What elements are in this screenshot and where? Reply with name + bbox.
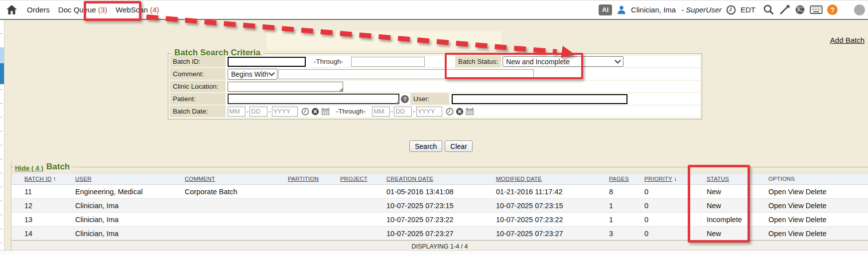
batch-id-to-input[interactable] [351, 57, 425, 67]
time-picker-icon[interactable] [446, 108, 454, 116]
user-role: - SuperUser [681, 5, 722, 14]
time-picker-icon[interactable] [301, 108, 309, 116]
cell-batch-id: 14 [11, 227, 75, 241]
status-dot-icon [854, 4, 865, 15]
tab-webscan[interactable]: WebScan (4) [116, 5, 159, 14]
batch-id-from-input[interactable] [228, 57, 306, 67]
divider [11, 167, 14, 167]
col-project[interactable]: PROJECT [340, 173, 386, 185]
delete-link[interactable]: Delete [806, 202, 827, 210]
date-separator: - [268, 108, 270, 115]
topbar-user-area: AI Clinician, Ima - SuperUser EDT [599, 4, 868, 15]
batch-date-from-mm-input[interactable] [228, 107, 246, 117]
open-link[interactable]: Open [768, 230, 786, 238]
patient-input[interactable] [228, 94, 399, 104]
cell-project [340, 185, 386, 199]
col-options: OPTIONS [768, 173, 868, 185]
ai-badge[interactable]: AI [599, 4, 612, 15]
batch-status-select[interactable]: New and Incomplete [502, 56, 623, 67]
col-batch-id-label: BATCH ID [24, 176, 51, 182]
batch-date-to-yyyy-input[interactable] [416, 107, 442, 117]
batch-date-to-dd-input[interactable] [394, 107, 412, 117]
col-pages-label: PAGES [609, 176, 629, 182]
batch-date-to-mm-input[interactable] [372, 107, 390, 117]
left-splitter[interactable] [0, 20, 4, 254]
search-icon[interactable] [763, 4, 774, 15]
webscan-page: Orders Doc Queue (3) WebScan (4) AI Clin… [0, 0, 868, 254]
open-link[interactable]: Open [768, 216, 786, 224]
cell-partition [288, 185, 340, 199]
delete-link[interactable]: Delete [806, 216, 827, 224]
comment-input[interactable] [278, 69, 534, 79]
open-link[interactable]: Open [768, 202, 786, 210]
divider [73, 167, 868, 167]
view-link[interactable]: View [788, 202, 803, 210]
clear-date-icon[interactable] [456, 108, 464, 116]
chevron-down-icon [268, 70, 275, 76]
help-icon[interactable]: ? [827, 4, 838, 15]
batch-search-criteria-panel: Batch Search Criteria Batch ID: -Through… [168, 53, 702, 120]
tab-orders[interactable]: Orders [27, 5, 50, 14]
cell-partition [288, 213, 340, 227]
add-batch-link[interactable]: Add Batch [830, 36, 865, 44]
cell-batch-id: 12 [11, 199, 75, 213]
splitter-handle-dark[interactable] [0, 63, 4, 84]
clinic-location-input[interactable] [228, 82, 343, 92]
clear-date-icon[interactable] [311, 108, 319, 116]
delete-link[interactable]: Delete [806, 230, 827, 238]
batch-date-from-yyyy-input[interactable] [272, 107, 298, 117]
date-separator: - [247, 108, 248, 115]
keyboard-icon[interactable] [810, 5, 823, 14]
search-button[interactable]: Search [409, 140, 442, 152]
col-partition[interactable]: PARTITION [288, 173, 340, 185]
patient-help-icon[interactable]: ? [401, 95, 409, 103]
globe-icon[interactable] [795, 4, 805, 15]
batch-table: BATCH ID↑ USER COMMENT PARTITION PROJECT… [11, 173, 868, 240]
batch-status-label: Batch Status: [455, 56, 501, 67]
col-pages[interactable]: PAGES [609, 173, 644, 185]
home-icon[interactable] [6, 5, 17, 14]
cell-comment [185, 227, 288, 241]
delete-link[interactable]: Delete [806, 188, 827, 196]
hide-results-link[interactable]: Hide ( 4 ) [15, 164, 43, 172]
view-link[interactable]: View [788, 188, 803, 196]
view-link[interactable]: View [788, 230, 803, 238]
cell-partition [288, 199, 340, 213]
col-creation-date[interactable]: CREATION DATE [386, 173, 496, 185]
calendar-icon[interactable] [466, 108, 474, 116]
batch-date-from-dd-input[interactable] [249, 107, 267, 117]
splitter-handle-light[interactable] [0, 47, 4, 63]
calendar-icon[interactable] [321, 108, 330, 116]
col-user[interactable]: USER [75, 173, 185, 185]
cell-priority: 0 [644, 199, 707, 213]
clock-icon[interactable] [726, 5, 736, 15]
comment-match-select[interactable]: Begins With [228, 69, 277, 80]
table-row: 14 Clinician, Ima 10-07-2025 07:23:27 10… [11, 227, 868, 241]
user-name: Clinician, Ima [631, 5, 676, 14]
cell-priority: 0 [644, 227, 707, 241]
view-link[interactable]: View [788, 216, 803, 224]
date-separator: - [413, 108, 415, 115]
col-batch-id[interactable]: BATCH ID↑ [11, 173, 75, 185]
sort-asc-icon: ↑ [53, 175, 56, 182]
cell-priority: 0 [644, 185, 707, 199]
clear-button[interactable]: Clear [445, 140, 472, 152]
col-priority[interactable]: PRIORITY↓ [644, 173, 707, 185]
col-comment[interactable]: COMMENT [185, 173, 288, 185]
cell-priority: 0 [644, 213, 707, 227]
cell-project [340, 213, 386, 227]
table-row: 11 Engineering, Medical Corporate Batch … [11, 185, 868, 199]
col-status-label: STATUS [707, 176, 729, 182]
timezone-label: EDT [741, 5, 755, 14]
batch-id-label: Batch ID: [170, 56, 226, 67]
cell-batch-id: 13 [11, 213, 75, 227]
tab-doc-queue[interactable]: Doc Queue (3) [58, 5, 107, 14]
cell-options: OpenViewDelete [768, 199, 868, 213]
user-input[interactable] [452, 94, 627, 104]
cell-comment [185, 213, 288, 227]
open-link[interactable]: Open [768, 188, 786, 196]
magic-wand-icon[interactable] [779, 4, 790, 15]
cell-project [340, 199, 386, 213]
col-modified-date[interactable]: MODIFIED DATE [496, 173, 609, 185]
col-status[interactable]: STATUS [707, 173, 768, 185]
